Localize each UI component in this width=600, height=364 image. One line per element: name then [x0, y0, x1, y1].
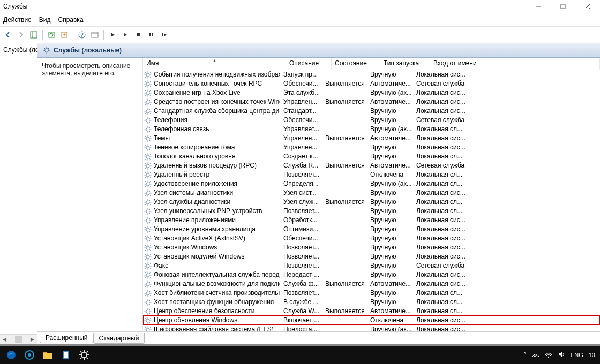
- service-row[interactable]: Сохранение игр на Xbox LiveЭта служб...В…: [143, 88, 600, 97]
- service-row[interactable]: Узел универсальных PNP-устройствПозволяе…: [143, 207, 600, 216]
- tray-language[interactable]: ENG: [571, 352, 583, 358]
- tray-volume-icon[interactable]: [558, 351, 565, 359]
- svg-line-148: [149, 195, 151, 196]
- taskbar-explorer-icon[interactable]: [40, 347, 56, 363]
- service-row[interactable]: ФаксПозволяет...ВручнуюСетевая служба: [143, 261, 600, 270]
- service-state: [322, 234, 367, 243]
- service-row[interactable]: Хост библиотеки счетчика производительно…: [143, 289, 600, 298]
- service-row[interactable]: Узел системы диагностикиУзел сист...Вруч…: [143, 188, 600, 198]
- taskbar-document-icon[interactable]: [58, 347, 74, 363]
- properties-button[interactable]: [89, 29, 101, 41]
- start-service-button[interactable]: [107, 29, 118, 41]
- scroll-right-icon[interactable]: ►: [28, 335, 37, 344]
- service-row[interactable]: Стандартная служба сборщика центра диагн…: [143, 107, 600, 116]
- service-logon: Локальная сис...: [413, 134, 600, 143]
- svg-line-105: [145, 149, 146, 150]
- column-description[interactable]: Описание: [286, 58, 332, 70]
- svg-rect-15: [162, 33, 163, 36]
- service-row[interactable]: Фоновая интеллектуальная служба передачи…: [143, 270, 600, 279]
- back-button[interactable]: [2, 29, 14, 41]
- navigation-tree[interactable]: Службы (локальные) ◄ ►: [0, 43, 38, 344]
- service-row[interactable]: Установщик WindowsПозволяет...ВручнуюЛок…: [143, 243, 600, 252]
- service-name: События получения неподвижных изображени…: [154, 70, 280, 79]
- service-row[interactable]: ТелефонияОбеспечи...ВручнуюСетевая служб…: [143, 116, 600, 125]
- export-list-button[interactable]: [58, 29, 70, 41]
- service-row[interactable]: Удаленный вызов процедур (RPC)Служба R..…: [143, 161, 600, 170]
- column-startup[interactable]: Тип запуска: [380, 58, 430, 70]
- service-startup: Вручную: [367, 261, 413, 270]
- svg-point-303: [548, 357, 549, 358]
- service-row[interactable]: Узел службы диагностикиУзел служ...Выпол…: [143, 198, 600, 207]
- service-row[interactable]: Теневое копирование томаУправлен...Вручн…: [143, 143, 600, 152]
- service-row[interactable]: Установщик модулей WindowsПозволяет...Вр…: [143, 252, 600, 261]
- service-row[interactable]: Телефонная связьУправляет...Вручную (ак.…: [143, 125, 600, 134]
- menu-help[interactable]: Справка: [58, 16, 83, 24]
- taskbar-services-icon[interactable]: [76, 347, 92, 363]
- tray-time[interactable]: 10.: [589, 352, 597, 358]
- menu-action[interactable]: Действие: [3, 16, 32, 24]
- service-description: Узел служ...: [280, 198, 322, 207]
- svg-line-132: [145, 177, 146, 178]
- service-gear-icon: [144, 299, 152, 306]
- svg-point-241: [146, 291, 149, 294]
- pause-service-button[interactable]: [145, 29, 157, 41]
- column-state[interactable]: Состояние: [332, 58, 380, 70]
- tray-wifi-icon[interactable]: [545, 351, 552, 359]
- service-row[interactable]: События получения неподвижных изображени…: [143, 70, 600, 79]
- service-logon: Локальная сис...: [413, 188, 600, 198]
- service-row[interactable]: Центр обеспечения безопасностиСлужба W..…: [143, 307, 600, 316]
- tray-network-icon[interactable]: [532, 351, 539, 359]
- forward-button[interactable]: [15, 29, 27, 41]
- show-hide-tree-button[interactable]: [28, 29, 40, 41]
- menu-view[interactable]: Вид: [39, 16, 51, 24]
- maximize-button[interactable]: [551, 0, 575, 13]
- taskbar-edge-icon[interactable]: [3, 347, 19, 363]
- column-logon[interactable]: Вход от имени: [430, 58, 600, 70]
- nav-item-services-local[interactable]: Службы (локальные): [2, 46, 37, 54]
- service-startup: Вручную: [367, 107, 413, 116]
- stop-service-button[interactable]: [132, 29, 144, 41]
- svg-line-111: [145, 154, 146, 155]
- svg-line-222: [145, 268, 146, 269]
- play-small-button[interactable]: [119, 29, 131, 41]
- service-list[interactable]: События получения неподвижных изображени…: [143, 70, 600, 331]
- service-row[interactable]: Удостоверение приложенияОпределя...Вручн…: [143, 179, 600, 188]
- service-gear-icon: [144, 226, 152, 233]
- service-row[interactable]: Удаленный реестрПозволяет...ОтключенаЛок…: [143, 170, 600, 179]
- service-description: Обработк...: [280, 216, 322, 225]
- service-row[interactable]: Функциональные возможности для подключе.…: [143, 279, 600, 289]
- restart-service-button[interactable]: [158, 29, 170, 41]
- svg-line-256: [149, 304, 151, 305]
- service-row[interactable]: Средство построения конечных точек Windo…: [143, 97, 600, 107]
- tab-extended[interactable]: Расширенный: [40, 333, 94, 343]
- service-row[interactable]: Шифрованная файловая система (EFS)Предос…: [143, 325, 600, 331]
- column-name[interactable]: ▴ Имя: [143, 58, 286, 70]
- scroll-thumb[interactable]: [15, 336, 22, 343]
- svg-point-293: [81, 352, 87, 358]
- service-row[interactable]: Тополог канального уровняСоздает к...Вру…: [143, 152, 600, 161]
- tray-up-icon[interactable]: ˄: [523, 352, 527, 359]
- service-row[interactable]: Хост поставщика функции обнаруженияВ слу…: [143, 298, 600, 307]
- service-row[interactable]: Сопоставитель конечных точек RPCОбеспечи…: [143, 79, 600, 88]
- close-button[interactable]: [575, 0, 600, 13]
- service-state: [322, 107, 367, 116]
- svg-line-158: [149, 200, 151, 201]
- help-button[interactable]: ?: [76, 29, 88, 41]
- service-row[interactable]: ТемыУправлен...ВыполняетсяАвтоматиче...Л…: [143, 134, 600, 143]
- svg-line-48: [145, 90, 146, 92]
- svg-line-184: [149, 231, 151, 232]
- service-row[interactable]: Установщик ActiveX (AxInstSV)Обеспечи...…: [143, 234, 600, 243]
- minimize-button[interactable]: [526, 0, 551, 13]
- service-row[interactable]: Центр обновления WindowsВключает ...Откл…: [143, 316, 600, 325]
- service-description: Предоста...: [280, 325, 322, 331]
- tab-standard[interactable]: Стандартный: [93, 333, 145, 344]
- svg-line-220: [149, 268, 151, 269]
- nav-horizontal-scrollbar[interactable]: ◄ ►: [0, 334, 37, 344]
- scroll-left-icon[interactable]: ◄: [0, 335, 9, 344]
- svg-point-268: [146, 318, 149, 322]
- svg-point-61: [146, 109, 149, 112]
- service-row[interactable]: Управление приложениямиОбработк...Вручну…: [143, 216, 600, 225]
- taskbar-app-icon[interactable]: [21, 347, 38, 363]
- service-row[interactable]: Управление уровнями хранилищаОптимизи...…: [143, 225, 600, 234]
- refresh-button[interactable]: [46, 29, 57, 41]
